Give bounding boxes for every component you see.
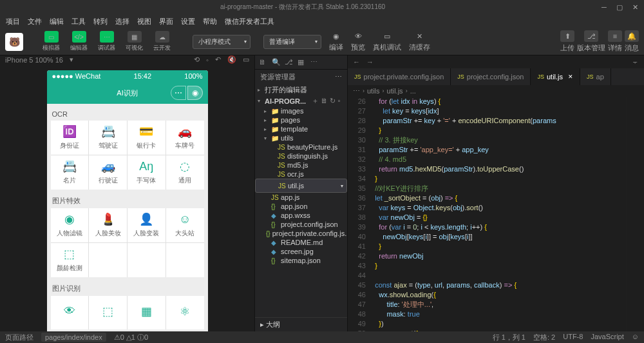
file-node[interactable]: {}sitemap.json [255,256,347,265]
debugger-button[interactable]: ⋯调试器 [94,31,119,52]
file-node[interactable]: ▸📁images [255,106,347,115]
menu-转到[interactable]: 转到 [90,15,111,28]
file-node[interactable]: JSmd5.js [255,161,347,170]
feedback-icon[interactable]: ☺ [632,333,639,342]
file-node[interactable]: JSutil.js [255,179,347,193]
simulator-panel: iPhone 5 100% 16▾ ⟲ ◦ ↶ 🔇 ▭ ●●●●● WeChat… [0,55,254,331]
file-node[interactable]: {}app.json [255,202,347,211]
menu-项目[interactable]: 项目 [3,15,23,28]
cursor-pos[interactable]: 行 1，列 1 [493,333,526,342]
grid-cell[interactable]: 👁 [51,296,89,330]
visual-button[interactable]: ▦可视化 [122,31,147,52]
grid-cell[interactable]: ☺大头站 [166,208,204,242]
upload-button[interactable]: ⬆上传 [560,30,574,53]
cloud-button[interactable]: ☁云开发 [149,31,175,52]
version-button[interactable]: ⎇版本管理 [577,30,605,53]
menu-文件[interactable]: 文件 [24,15,45,28]
grid-cell[interactable]: 📇驾驶证 [89,121,127,155]
grid-cell[interactable]: Aŋ手写体 [128,155,166,190]
project-root[interactable]: ▾AI-PROGR... ＋ 🗎 ↻ ▫ [255,95,347,106]
message-button[interactable]: 🔔消息 [625,30,639,53]
open-editors-section[interactable]: ▸打开的编辑器 [255,84,347,95]
grid-cell[interactable]: 👤人脸变装 [128,208,166,242]
tab[interactable]: JSproject.config.json [451,68,531,85]
breadcrumb: ⋯ › utils › util.js › ... [348,85,644,97]
encoding-label[interactable]: UTF-8 [563,333,583,342]
file-node[interactable]: ◆app.wxss [255,211,347,220]
file-node[interactable]: ◆README.md [255,238,347,247]
section-rec: 图片识别 [51,281,204,296]
grid-cell[interactable]: 📇名片 [51,155,89,190]
language-label[interactable]: JavaScript [591,333,623,342]
rotate-icon[interactable]: ⟲ [194,55,200,64]
grid-cell[interactable]: 🚗车牌号 [166,121,204,155]
menu-帮助[interactable]: 帮助 [200,15,220,28]
more-icon[interactable]: ⋯ [310,58,319,67]
compile-select[interactable]: 普通编译 [263,35,321,49]
grid-cell[interactable]: ⬚颜龄检测 [51,243,89,277]
file-node[interactable]: ▾📁utils [255,133,347,142]
menu-选择[interactable]: 选择 [112,15,133,28]
minimize-icon[interactable]: ─ [600,3,608,11]
tab[interactable]: JSutil.js✕ [531,68,580,85]
minimap[interactable] [626,97,644,331]
file-node[interactable]: JSbeautyPicture.js [255,142,347,152]
close-icon[interactable]: ✕ [631,3,639,11]
back-icon[interactable]: ↶ [215,55,221,64]
ext-icon[interactable]: ▦ [298,58,307,67]
file-node[interactable]: JSocr.js [255,170,347,179]
grid-cell[interactable]: ◌通用 [166,155,204,190]
device-label[interactable]: iPhone 5 100% 16 [5,56,63,64]
explorer-more-icon[interactable]: ⋯ [335,73,342,81]
toolbar: 🐻 ▭模拟器 </>编辑器 ⋯调试器 ▦可视化 ☁云开发 小程序模式 普通编译 … [0,28,644,55]
home-icon[interactable]: ◦ [206,56,209,64]
menu-微信开发者工具[interactable]: 微信开发者工具 [222,15,278,28]
simulator-button[interactable]: ▭模拟器 [39,31,64,52]
grid-cell[interactable]: 💄人脸美妆 [89,208,127,242]
compile-button[interactable]: ◉编译 [329,31,343,52]
back-nav-icon[interactable]: ← [353,58,360,66]
grid-cell[interactable]: ◉人物滤镜 [51,208,89,242]
maximize-icon[interactable]: ▢ [616,3,623,11]
grid-cell[interactable]: 🚙行驶证 [89,155,127,190]
realdevice-button[interactable]: ▭真机调试 [373,31,401,52]
file-node[interactable]: JSdistinguish.js [255,152,347,161]
split-icon[interactable]: ⫟ [632,58,639,66]
file-node[interactable]: JSapp.js [255,193,347,202]
code-area[interactable]: for (let idx in keys) { let key = keys[i… [371,97,626,331]
explorer-icon[interactable]: 🗎 [259,58,268,67]
page-path[interactable]: pages/index/index [41,333,106,342]
mute-icon[interactable]: 🔇 [227,55,236,64]
indent-label[interactable]: 空格: 2 [533,333,555,342]
clearcache-button[interactable]: ✕清缓存 [409,31,430,52]
capsule-menu-icon[interactable]: ⋯ [171,86,186,100]
menu-工具[interactable]: 工具 [68,15,89,28]
file-node[interactable]: ◆screen.jpg [255,247,347,256]
grid-cell[interactable]: 💳银行卡 [128,121,166,155]
file-node[interactable]: ▸📁template [255,124,347,133]
capsule-close-icon[interactable]: ◉ [187,86,203,100]
grid-cell[interactable]: 🆔身份证 [51,121,89,155]
editor-button[interactable]: </>编辑器 [66,31,91,52]
mode-select[interactable]: 小程序模式 [193,35,251,49]
tab[interactable]: JSproject.private.config.json [348,68,451,85]
menu-界面[interactable]: 界面 [156,15,176,28]
file-node[interactable]: {}project.private.config.js... [255,229,347,238]
diagnostics[interactable]: ⚠0 △1 ⓘ0 [114,333,148,342]
detail-button[interactable]: ≡详情 [608,30,622,53]
file-node[interactable]: ▸📁pages [255,115,347,124]
preview-button[interactable]: 👁预览 [351,31,365,52]
grid-cell[interactable]: ⚛ [166,296,204,330]
search-icon[interactable]: 🔍 [272,58,281,67]
menu-设置[interactable]: 设置 [178,15,198,28]
grid-cell[interactable]: ▦ [128,296,166,330]
git-icon[interactable]: ⎇ [285,58,294,67]
menu-编辑[interactable]: 编辑 [46,15,67,28]
outline-section[interactable]: 大纲 [266,320,280,328]
menu-视图[interactable]: 视图 [134,15,155,28]
tab[interactable]: JSap [580,68,611,85]
grid-cell[interactable]: ⬚ [89,296,127,330]
more-icon[interactable]: ▭ [243,55,249,64]
fwd-nav-icon[interactable]: → [366,58,374,66]
file-node[interactable]: {}project.config.json [255,220,347,229]
